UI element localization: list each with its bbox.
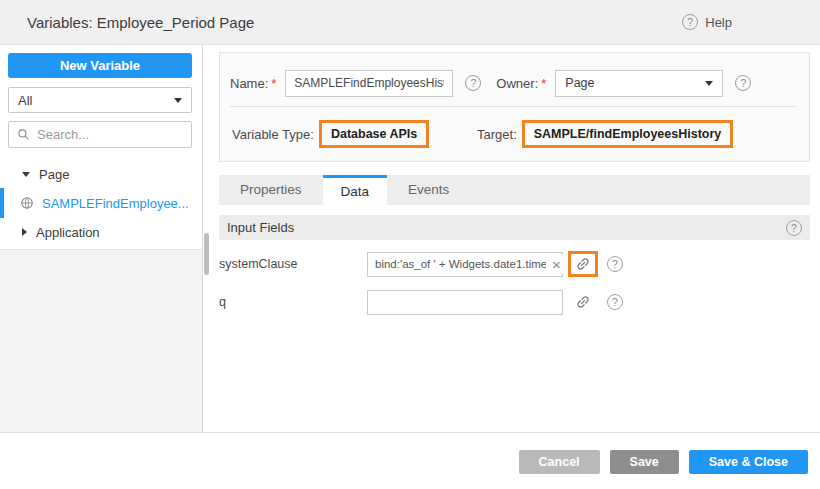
sidebar-empty-area xyxy=(0,250,202,432)
search-input[interactable] xyxy=(37,127,183,142)
save-button[interactable]: Save xyxy=(610,450,679,474)
dialog-header: Variables: Employee_Period Page ? Help xyxy=(0,0,820,45)
variable-name-input[interactable] xyxy=(285,70,453,97)
q-help-icon[interactable]: ? xyxy=(607,294,623,310)
tree-node-application[interactable]: Application xyxy=(0,218,202,246)
dialog-footer: Cancel Save Save & Close xyxy=(0,432,820,489)
field-row-q: q ? xyxy=(219,289,810,315)
dialog-body: New Variable All Page SAMPLEFindEm xyxy=(0,45,820,432)
tree-node-page-label: Page xyxy=(39,167,69,182)
bind-button-q[interactable] xyxy=(573,292,593,312)
search-icon xyxy=(17,128,30,141)
q-input[interactable] xyxy=(368,291,562,314)
variable-type-group: Variable Type: Database APIs xyxy=(232,114,429,154)
field-label-systemclause: systemClause xyxy=(219,257,367,271)
footer-buttons: Cancel Save Save & Close xyxy=(519,450,808,474)
chevron-down-icon xyxy=(174,98,182,103)
input-fields-header: Input Fields ? xyxy=(219,215,810,240)
owner-select[interactable]: Page xyxy=(555,70,723,97)
scrollbar-thumb[interactable] xyxy=(204,233,209,275)
variable-type-value-highlighted: Database APIs xyxy=(319,120,429,148)
caret-right-icon xyxy=(22,228,27,236)
required-asterisk: * xyxy=(541,76,546,91)
clear-icon[interactable]: × xyxy=(549,255,564,274)
tab-events[interactable]: Events xyxy=(387,175,470,205)
bind-button-systemclause-highlighted[interactable] xyxy=(568,251,598,277)
target-value-highlighted: SAMPLE/findEmployeesHistory xyxy=(522,120,734,148)
panel-divider xyxy=(230,106,797,107)
search-box[interactable] xyxy=(8,121,192,148)
field-label-q: q xyxy=(219,295,367,309)
link-icon xyxy=(572,291,595,314)
systemclause-input[interactable] xyxy=(368,253,562,276)
help-button[interactable]: ? Help xyxy=(682,14,732,30)
target-group: Target: SAMPLE/findEmployeesHistory xyxy=(477,114,733,154)
caret-down-icon xyxy=(22,172,30,177)
owner-help-icon[interactable]: ? xyxy=(735,75,751,91)
tree-node-application-label: Application xyxy=(36,225,100,240)
name-owner-row: Name:* ? Owner:* Page ? xyxy=(230,69,797,97)
tabs: Properties Data Events xyxy=(219,175,810,205)
q-input-wrap xyxy=(367,290,563,315)
variable-filter-select[interactable]: All xyxy=(8,87,192,113)
variable-tree: Page SAMPLEFindEmployee... Application xyxy=(0,160,202,250)
owner-value: Page xyxy=(565,76,594,90)
input-fields-title: Input Fields xyxy=(227,220,294,235)
tree-node-selected-variable[interactable]: SAMPLEFindEmployee... xyxy=(0,188,202,218)
name-help-icon[interactable]: ? xyxy=(465,75,481,91)
cancel-button[interactable]: Cancel xyxy=(519,450,600,474)
type-target-row: Variable Type: Database APIs Target: SAM… xyxy=(230,114,797,154)
link-icon xyxy=(572,253,595,276)
tree-node-selected-label: SAMPLEFindEmployee... xyxy=(42,196,189,211)
sidebar: New Variable All Page SAMPLEFindEm xyxy=(0,45,203,432)
save-and-close-button[interactable]: Save & Close xyxy=(689,450,808,474)
target-label: Target: xyxy=(477,127,517,142)
variable-summary-panel: Name:* ? Owner:* Page ? Variable Type: D… xyxy=(219,52,810,162)
new-variable-button[interactable]: New Variable xyxy=(8,53,192,78)
name-label: Name:* xyxy=(230,76,276,91)
help-label: Help xyxy=(705,15,732,30)
required-asterisk: * xyxy=(271,76,276,91)
input-fields-help-icon[interactable]: ? xyxy=(786,220,802,236)
tab-data[interactable]: Data xyxy=(323,175,388,205)
owner-label: Owner:* xyxy=(496,76,546,91)
field-row-systemclause: systemClause × ? xyxy=(219,251,810,277)
page-title: Variables: Employee_Period Page xyxy=(27,14,254,31)
help-icon: ? xyxy=(682,14,698,30)
tree-node-page[interactable]: Page xyxy=(0,160,202,188)
variable-filter-value: All xyxy=(18,93,32,108)
tab-properties[interactable]: Properties xyxy=(219,175,323,205)
main-panel: Name:* ? Owner:* Page ? Variable Type: D… xyxy=(203,45,820,432)
systemclause-help-icon[interactable]: ? xyxy=(607,256,623,272)
variable-icon xyxy=(20,196,34,210)
chevron-down-icon xyxy=(705,81,713,86)
variable-type-label: Variable Type: xyxy=(232,127,314,142)
systemclause-input-wrap: × xyxy=(367,252,563,277)
